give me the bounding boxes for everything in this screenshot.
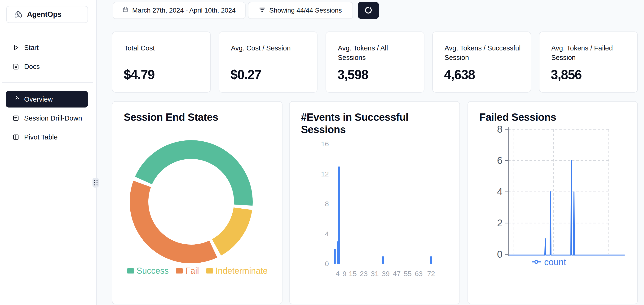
legend-label: Indeterminate — [216, 266, 268, 276]
gauge-icon — [12, 96, 20, 103]
svg-text:63: 63 — [415, 270, 422, 277]
svg-text:47: 47 — [393, 270, 400, 277]
stat-value: $4.79 — [124, 67, 154, 82]
legend-item-success[interactable]: Success — [127, 266, 169, 276]
sidebar-item-label: Pivot Table — [24, 133, 58, 141]
svg-text:12: 12 — [321, 170, 329, 178]
stat-label: Total Cost — [124, 43, 202, 53]
svg-text:23: 23 — [360, 270, 368, 277]
failed-sessions-card: Failed Sessions 02468 count — [468, 101, 638, 304]
svg-text:72: 72 — [427, 270, 435, 277]
svg-text:8: 8 — [325, 200, 329, 208]
refresh-icon — [364, 6, 373, 16]
filter-icon — [259, 7, 265, 14]
document-icon — [12, 63, 20, 70]
stat-label: Avg. Tokens / All Sessions — [338, 43, 416, 62]
sidebar-item-label: Docs — [24, 63, 40, 71]
svg-text:4: 4 — [336, 270, 340, 277]
app-logo[interactable]: AgentOps — [6, 6, 88, 23]
count-legend-item[interactable]: count — [532, 257, 566, 267]
calendar-icon — [122, 7, 128, 14]
sidebar-item-label: Session Drill-Down — [24, 114, 82, 122]
sidebar: AgentOps Start Docs — [0, 0, 96, 305]
sessions-filter-button[interactable]: Showing 44/44 Sessions — [248, 2, 353, 19]
list-icon — [12, 115, 20, 122]
legend-item-indeterminate[interactable]: Indeterminate — [206, 266, 268, 276]
sidebar-item-start[interactable]: Start — [6, 40, 88, 55]
svg-text:31: 31 — [371, 270, 378, 277]
stat-card-avg-tokens-successful: Avg. Tokens / Successful Session 4,638 — [432, 32, 531, 93]
agentops-logo-icon — [14, 10, 23, 19]
legend-swatch — [176, 268, 183, 273]
app-title: AgentOps — [27, 10, 62, 19]
stat-value: 3,598 — [338, 67, 368, 82]
svg-text:15: 15 — [349, 270, 356, 277]
stat-card-avg-tokens-all: Avg. Tokens / All Sessions 3,598 — [326, 32, 424, 93]
stat-value: 4,638 — [444, 67, 475, 82]
sidebar-divider — [2, 82, 93, 83]
svg-text:4: 4 — [325, 230, 329, 238]
svg-text:4: 4 — [497, 186, 502, 197]
agentops-dashboard: AgentOps Start Docs — [0, 0, 644, 305]
sidebar-item-overview[interactable]: Overview — [6, 91, 88, 108]
stat-card-total-cost: Total Cost $4.79 — [112, 32, 211, 93]
stat-card-avg-cost: Avg. Cost / Session $0.27 — [218, 32, 318, 93]
sidebar-item-pivot-table[interactable]: Pivot Table — [6, 130, 88, 144]
sidebar-item-label: Start — [24, 44, 38, 52]
sidebar-item-label: Overview — [24, 95, 53, 103]
svg-text:0: 0 — [497, 249, 502, 260]
stat-value: $0.27 — [230, 67, 261, 82]
svg-text:16: 16 — [321, 140, 329, 148]
sidebar-item-session-drill-down[interactable]: Session Drill-Down — [6, 111, 88, 126]
svg-text:0: 0 — [325, 260, 329, 267]
stat-label: Avg. Tokens / Successful Session — [444, 43, 523, 62]
stat-value: 3,856 — [551, 67, 582, 82]
session-end-states-card: Session End States Success Fail Indeterm… — [112, 101, 282, 304]
stat-card-avg-tokens-failed: Avg. Tokens / Failed Session 3,856 — [539, 32, 638, 93]
legend-label: Success — [136, 266, 169, 276]
legend-label: count — [544, 257, 566, 267]
events-histogram-chart: 0481216491523313947556372 — [290, 102, 460, 305]
line-marker-icon — [532, 259, 541, 265]
donut-legend: Success Fail Indeterminate — [127, 266, 268, 276]
failed-sessions-line-chart: 02468 — [468, 102, 638, 305]
svg-text:55: 55 — [404, 270, 412, 277]
legend-label: Fail — [185, 266, 199, 276]
sidebar-drag-handle[interactable] — [92, 178, 99, 188]
sidebar-divider — [2, 31, 93, 31]
pivot-icon — [12, 134, 20, 141]
play-icon — [12, 44, 20, 51]
sessions-filter-label: Showing 44/44 Sessions — [269, 7, 342, 14]
date-range-button[interactable]: March 27th, 2024 - April 10th, 2024 — [112, 2, 246, 19]
legend-swatch — [206, 268, 213, 273]
date-range-label: March 27th, 2024 - April 10th, 2024 — [132, 7, 236, 14]
sidebar-resize-divider — [96, 0, 97, 305]
svg-text:8: 8 — [497, 124, 502, 135]
legend-item-fail[interactable]: Fail — [176, 266, 199, 276]
sidebar-item-docs[interactable]: Docs — [6, 59, 88, 74]
legend-swatch — [127, 268, 134, 273]
events-histogram-card: #Events in Successful Sessions 048121649… — [289, 101, 460, 304]
stat-label: Avg. Tokens / Failed Session — [551, 43, 629, 62]
svg-text:39: 39 — [382, 270, 390, 277]
svg-text:2: 2 — [497, 217, 502, 228]
refresh-button[interactable] — [358, 2, 379, 19]
drag-dots-icon — [94, 180, 98, 185]
svg-text:9: 9 — [342, 270, 346, 277]
svg-text:6: 6 — [497, 155, 502, 166]
stat-label: Avg. Cost / Session — [231, 43, 309, 53]
